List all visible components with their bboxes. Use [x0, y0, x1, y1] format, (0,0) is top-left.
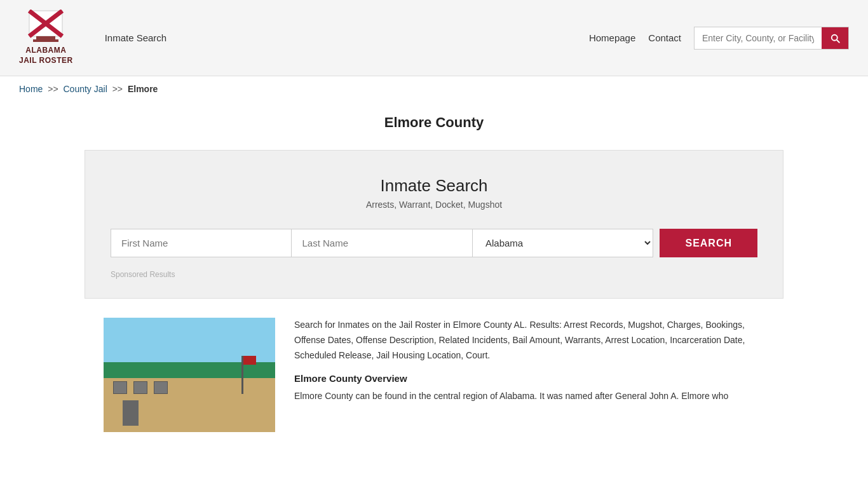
state-select[interactable]: AlabamaAlaskaArizonaArkansasCaliforniaCo… [473, 229, 653, 257]
content-description: Search for Inmates on the Jail Roster in… [294, 318, 764, 363]
content-overview-title: Elmore County Overview [294, 373, 764, 384]
flag [243, 356, 256, 365]
breadcrumb-home[interactable]: Home [19, 84, 43, 94]
logo-image [27, 10, 65, 44]
logo-text: ALABAMA JAIL ROSTER [19, 46, 73, 65]
breadcrumb-county-jail[interactable]: County Jail [64, 84, 107, 94]
facility-image [104, 318, 275, 432]
page-title-section: Elmore County [0, 102, 868, 137]
page-title: Elmore County [0, 114, 868, 131]
nav-homepage[interactable]: Homepage [589, 32, 635, 43]
sponsored-results: Sponsored Results [111, 270, 757, 279]
breadcrumb-sep-2: >> [112, 84, 123, 94]
header-right: Homepage Contact [589, 27, 849, 50]
content-section: Search for Inmates on the Jail Roster in… [85, 318, 783, 432]
header-search-input[interactable] [695, 28, 822, 48]
svg-rect-4 [33, 39, 58, 42]
flag-pole [241, 356, 243, 394]
search-button[interactable]: SEARCH [660, 229, 757, 257]
nav-contact[interactable]: Contact [648, 32, 681, 43]
content-overview-text: Elmore County can be found in the centra… [294, 389, 764, 404]
breadcrumb-sep-1: >> [48, 84, 58, 94]
search-icon [829, 32, 841, 44]
header-search-button[interactable] [822, 27, 848, 49]
building [104, 375, 275, 432]
search-section: Inmate Search Arrests, Warrant, Docket, … [85, 150, 783, 299]
svg-rect-3 [36, 36, 55, 39]
logo-svg [27, 10, 65, 44]
first-name-input[interactable] [111, 229, 292, 257]
breadcrumb: Home >> County Jail >> Elmore [0, 76, 868, 102]
site-logo[interactable]: ALABAMA JAIL ROSTER [19, 10, 73, 65]
header-search-box [694, 27, 849, 50]
search-form-subtitle: Arrests, Warrant, Docket, Mugshot [111, 200, 757, 210]
breadcrumb-current: Elmore [128, 84, 158, 94]
search-form-row: AlabamaAlaskaArizonaArkansasCaliforniaCo… [111, 229, 757, 257]
content-text: Search for Inmates on the Jail Roster in… [294, 318, 764, 404]
search-form-title: Inmate Search [111, 176, 757, 196]
last-name-input[interactable] [292, 229, 472, 257]
nav-inmate-search[interactable]: Inmate Search [105, 32, 167, 43]
site-header: ALABAMA JAIL ROSTER Inmate Search Homepa… [0, 0, 868, 76]
